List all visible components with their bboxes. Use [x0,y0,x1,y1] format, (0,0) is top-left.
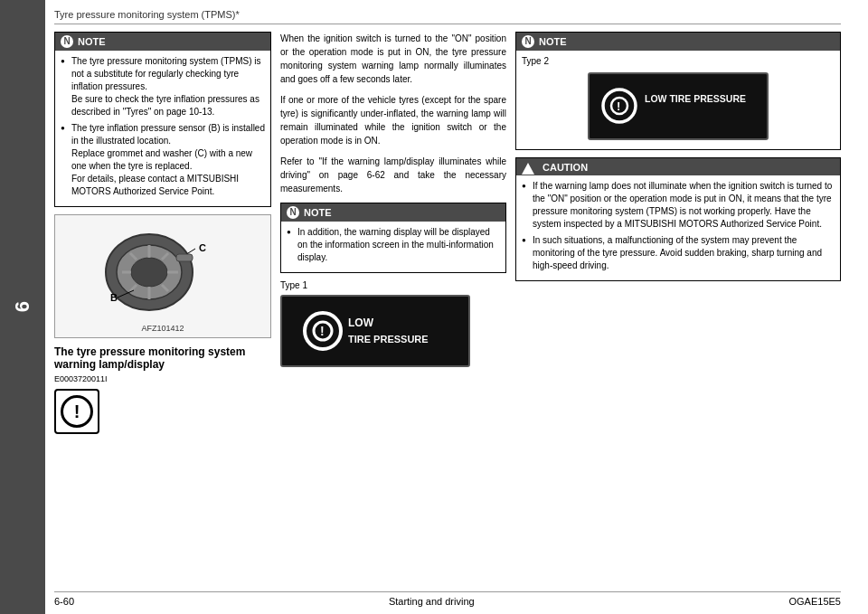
type-label-1: Type 1 [280,280,506,290]
right-note-icon: N [522,35,534,48]
middle-note-header-text: NOTE [304,207,332,218]
exclaim-circle: ! [61,395,93,428]
svg-text:B: B [110,292,118,303]
chapter-tab: 6 [0,0,45,614]
svg-text:LOW TIRE PRESSURE: LOW TIRE PRESSURE [645,93,746,104]
left-note-item-2: The tyre inflation pressure sensor (B) i… [61,122,265,198]
right-note-body: Type 2 ! LOW TIRE PRESSURE [516,51,840,149]
right-column: N NOTE Type 2 ! LOW TIRE PRESSURE [515,32,841,573]
svg-rect-15 [176,254,193,261]
diagram-box: B C AFZ101412 [54,214,271,338]
left-note-header-text: NOTE [78,36,106,47]
left-note-item-1: The tyre pressure monitoring system (TPM… [61,55,265,118]
content-area: N NOTE The tyre pressure monitoring syst… [54,32,841,573]
right-note-box: N NOTE Type 2 ! LOW TIRE PRESSURE [515,32,841,150]
svg-text:!: ! [617,99,620,113]
caution-header-text: CAUTION [542,162,588,173]
caution-box: CAUTION If the warning lamp does not ill… [515,157,841,281]
svg-point-2 [131,258,167,287]
footer-page-number: 6-60 [54,596,74,607]
middle-column: When the ignition switch is turned to th… [280,32,506,573]
type1-svg: ! LOW TIRE PRESSURE [294,299,457,363]
caution-triangle-icon [522,163,534,175]
caution-list: If the warning lamp does not illuminate … [522,180,835,272]
type1-display: ! LOW TIRE PRESSURE [280,295,470,367]
chapter-number: 6 [11,301,34,312]
section-title: The tyre pressure monitoring system warn… [54,345,271,371]
left-column: N NOTE The tyre pressure monitoring syst… [54,32,271,573]
middle-note-header: N NOTE [281,203,505,222]
svg-text:C: C [199,242,206,253]
footer-section: Starting and driving [389,596,475,607]
left-note-box: N NOTE The tyre pressure monitoring syst… [54,32,271,207]
middle-note-box: N NOTE In addition, the warning display … [280,203,506,273]
svg-text:LOW: LOW [348,316,374,329]
diagram-label: AFZ101412 [60,324,266,333]
middle-note-item: In addition, the warning display will be… [287,226,500,264]
right-note-header: N NOTE [516,33,840,51]
middle-note-body: In addition, the warning display will be… [281,222,505,272]
svg-text:!: ! [320,324,325,338]
caution-header: CAUTION [516,158,840,175]
body-text-3: Refer to "If the warning lamp/display il… [280,155,506,195]
body-text-1: When the ignition switch is turned to th… [280,32,506,86]
type-label-2: Type 2 [522,55,835,68]
warning-lamp-icon-box: ! [54,389,99,434]
section-id: E0003720011I [54,374,271,383]
note-icon: N [61,35,73,48]
type2-display: ! LOW TIRE PRESSURE [588,72,769,140]
type2-svg: ! LOW TIRE PRESSURE [592,77,764,136]
page-header: Tyre pressure monitoring system (TPMS)* [54,9,841,24]
left-note-header: N NOTE [55,33,270,51]
tire-diagram-svg: B C [81,220,244,319]
page-container: 6 Tyre pressure monitoring system (TPMS)… [0,0,868,614]
caution-item-1: If the warning lamp does not illuminate … [522,180,835,231]
caution-body: If the warning lamp does not illuminate … [516,175,840,280]
right-note-header-text: NOTE [539,36,567,47]
footer-doc-id: OGAE15E5 [789,596,841,607]
middle-note-list: In addition, the warning display will be… [287,226,500,264]
page-footer: 6-60 Starting and driving OGAE15E5 [54,591,841,607]
page-header-text: Tyre pressure monitoring system (TPMS)* [54,9,240,20]
middle-note-icon: N [287,206,299,219]
left-note-list: The tyre pressure monitoring system (TPM… [61,55,265,198]
exclaim-icon: ! [74,401,80,422]
body-text-2: If one or more of the vehicle tyres (exc… [280,93,506,147]
caution-item-2: In such situations, a malfunctioning of … [522,234,835,272]
svg-text:TIRE PRESSURE: TIRE PRESSURE [348,334,429,345]
left-note-body: The tyre pressure monitoring system (TPM… [55,51,270,206]
